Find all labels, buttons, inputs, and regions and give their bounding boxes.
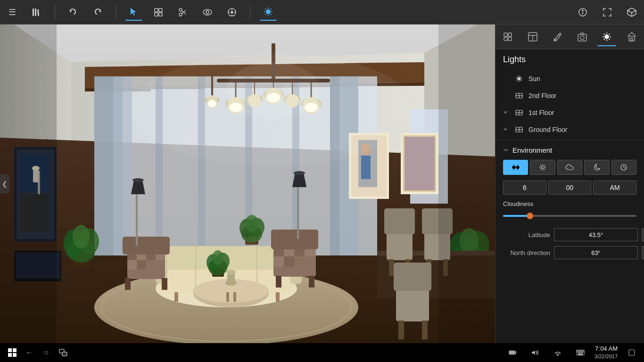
- info-icon[interactable]: [574, 4, 591, 21]
- measure-icon[interactable]: [223, 4, 240, 21]
- north-direction-input[interactable]: [554, 246, 638, 259]
- cloudiness-slider[interactable]: [503, 211, 636, 221]
- panel-tab-build[interactable]: [498, 27, 517, 46]
- taskbar-time[interactable]: 7:04 AM 3/22/2017: [594, 345, 618, 360]
- svg-rect-0: [33, 8, 34, 16]
- svg-rect-4: [159, 8, 162, 12]
- svg-rect-195: [438, 25, 495, 343]
- svg-line-250: [544, 169, 545, 170]
- svg-point-244: [541, 166, 544, 169]
- svg-rect-277: [578, 354, 583, 355]
- svg-rect-189: [398, 321, 404, 339]
- room-scene-svg: [0, 25, 495, 343]
- svg-rect-5: [155, 13, 158, 16]
- sun-lighting-icon[interactable]: [260, 4, 277, 21]
- svg-rect-273: [578, 353, 578, 354]
- light-item-1st-floor[interactable]: 1st Floor: [495, 104, 644, 121]
- light-item-2nd-floor[interactable]: 2nd Floor: [495, 87, 644, 104]
- svg-point-153: [294, 171, 305, 175]
- taskbar-battery[interactable]: [505, 345, 520, 360]
- panel-tab-lights[interactable]: [597, 27, 616, 46]
- light-item-ground-floor[interactable]: Ground Floor: [495, 121, 644, 138]
- redo-icon[interactable]: [89, 4, 106, 21]
- svg-point-12: [206, 11, 209, 14]
- svg-rect-187: [396, 288, 429, 321]
- latitude-decrease[interactable]: −: [642, 228, 644, 241]
- select-tool-icon[interactable]: [125, 4, 142, 21]
- menu-icon[interactable]: ☰: [4, 4, 21, 21]
- svg-rect-196: [504, 33, 507, 36]
- weather-clock[interactable]: [611, 160, 636, 175]
- panel-content[interactable]: Lights: [495, 49, 644, 343]
- 1st-floor-expand: [503, 109, 512, 116]
- library-icon[interactable]: [28, 4, 45, 21]
- undo-icon[interactable]: [65, 4, 82, 21]
- svg-line-212: [609, 39, 610, 40]
- view-icon[interactable]: [199, 4, 216, 21]
- light-item-sun[interactable]: Sun: [495, 70, 644, 87]
- sep3: [250, 5, 250, 19]
- fullscreen-icon[interactable]: [599, 4, 616, 21]
- taskbar-notification[interactable]: [624, 345, 639, 360]
- svg-rect-256: [8, 348, 12, 352]
- svg-point-176: [245, 215, 258, 232]
- taskbar-network[interactable]: [550, 345, 565, 360]
- cloudiness-track: [503, 215, 636, 217]
- svg-rect-117: [174, 292, 178, 302]
- time-minutes[interactable]: 00: [548, 181, 592, 195]
- svg-line-223: [520, 80, 521, 81]
- svg-rect-270: [580, 351, 581, 352]
- svg-rect-264: [510, 351, 514, 354]
- weather-sunny[interactable]: [530, 160, 555, 175]
- svg-rect-216: [631, 38, 633, 41]
- svg-point-193: [132, 53, 415, 166]
- weather-night[interactable]: [584, 160, 609, 175]
- time-hour[interactable]: 6: [503, 181, 546, 195]
- cube-icon[interactable]: [623, 4, 640, 21]
- svg-line-252: [540, 169, 541, 170]
- scissors-icon[interactable]: [174, 4, 191, 21]
- panel-tab-paint[interactable]: [548, 27, 567, 46]
- svg-rect-197: [508, 33, 512, 36]
- svg-rect-144: [233, 292, 236, 302]
- svg-point-147: [226, 270, 236, 274]
- svg-rect-140: [309, 276, 314, 288]
- time-row: 6 00 AM: [503, 181, 636, 195]
- taskbar-search[interactable]: ○: [39, 345, 54, 360]
- svg-rect-137: [284, 256, 294, 267]
- taskbar-volume[interactable]: [528, 345, 543, 360]
- svg-rect-198: [504, 37, 507, 41]
- latitude-input[interactable]: [554, 228, 638, 241]
- panel-tab-camera[interactable]: [573, 27, 592, 46]
- north-direction-decrease[interactable]: −: [642, 246, 644, 259]
- weather-clear-day[interactable]: [503, 160, 528, 175]
- svg-rect-190: [422, 321, 428, 339]
- svg-rect-151: [297, 182, 299, 239]
- weather-cloudy[interactable]: [557, 160, 582, 175]
- svg-point-217: [518, 77, 520, 80]
- clock-date: 3/22/2017: [594, 353, 618, 360]
- panel-tab-layout[interactable]: [523, 27, 542, 46]
- taskbar-keyboard[interactable]: [573, 345, 588, 360]
- taskbar-task-view[interactable]: [56, 345, 71, 360]
- cloudiness-thumb[interactable]: [527, 213, 533, 219]
- env-collapse-icon: [503, 147, 509, 154]
- svg-rect-274: [579, 353, 580, 354]
- north-direction-row: North direction − +: [503, 246, 636, 259]
- svg-point-161: [73, 225, 90, 248]
- svg-rect-179: [387, 232, 413, 260]
- viewport[interactable]: ❮: [0, 25, 495, 343]
- svg-point-205: [580, 36, 584, 40]
- environment-header[interactable]: Environment: [503, 146, 636, 154]
- panel-tab-house[interactable]: [622, 27, 641, 46]
- objects-icon[interactable]: [150, 4, 167, 21]
- start-button[interactable]: [4, 344, 21, 361]
- 2nd-floor-icon: [514, 91, 524, 100]
- svg-line-25: [270, 14, 271, 15]
- svg-point-18: [231, 11, 233, 13]
- viewport-nav-left[interactable]: ❮: [0, 174, 9, 193]
- time-period[interactable]: AM: [593, 181, 636, 195]
- svg-rect-199: [508, 37, 512, 41]
- taskbar-back[interactable]: ←: [22, 345, 37, 360]
- lights-list: Sun 2nd Floor: [495, 68, 644, 140]
